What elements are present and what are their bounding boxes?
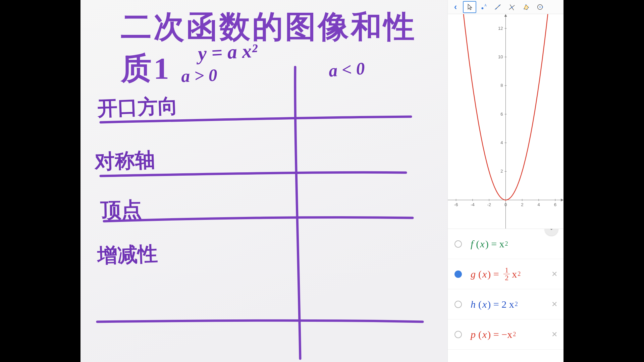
chevron-down-icon [549, 229, 554, 232]
visibility-toggle[interactable] [454, 301, 462, 308]
close-icon[interactable]: ✕ [551, 270, 557, 279]
table-strokes [80, 0, 448, 362]
circle-icon [536, 3, 544, 11]
svg-point-10 [526, 4, 527, 5]
whiteboard: 二次函数的图像和性质1 y = a x² a > 0 a < 0 开口方向 对称… [80, 0, 448, 362]
tool-point[interactable]: A [477, 1, 490, 13]
visibility-toggle[interactable] [454, 240, 462, 248]
svg-text:2: 2 [521, 202, 523, 207]
svg-point-0 [481, 7, 483, 9]
function-expression: h (x) = 2 x2 [471, 299, 518, 310]
svg-text:6: 6 [554, 202, 556, 207]
back-button[interactable]: ‹ [449, 1, 462, 13]
function-expression: p (x) = −x2 [471, 329, 516, 340]
tool-move[interactable] [463, 1, 476, 13]
visibility-toggle[interactable] [454, 270, 462, 278]
svg-text:0: 0 [504, 202, 507, 207]
svg-point-15 [542, 6, 543, 7]
chevron-left-icon: ‹ [454, 2, 457, 12]
svg-point-14 [539, 6, 540, 7]
tool-line[interactable] [491, 1, 504, 13]
svg-text:12: 12 [498, 26, 503, 31]
tool-circle[interactable] [533, 1, 547, 13]
close-icon[interactable]: ✕ [551, 300, 557, 309]
geogebra-panel: ‹ A [448, 0, 564, 362]
line-icon [494, 3, 501, 11]
tool-polygon[interactable] [519, 1, 533, 13]
visibility-toggle[interactable] [454, 331, 462, 338]
algebra-row-p[interactable]: p (x) = −x2✕ [448, 319, 564, 350]
point-icon: A [480, 3, 487, 11]
tool-perpendicular[interactable] [505, 1, 519, 13]
svg-point-3 [496, 8, 497, 9]
svg-point-4 [499, 5, 500, 6]
pointer-icon [466, 3, 473, 11]
svg-text:8: 8 [500, 83, 503, 88]
svg-point-9 [524, 8, 525, 9]
svg-text:6: 6 [500, 112, 503, 117]
algebra-peek: 1 [448, 355, 564, 362]
svg-point-11 [528, 7, 529, 8]
svg-point-7 [511, 7, 513, 8]
svg-text:2: 2 [500, 169, 503, 174]
svg-text:A: A [484, 3, 487, 7]
svg-text:-2: -2 [487, 202, 491, 207]
function-expression: g (x) = 12 x2 [471, 266, 521, 282]
algebra-row-g[interactable]: g (x) = 12 x2✕ [448, 259, 564, 289]
svg-marker-8 [524, 5, 529, 9]
close-icon[interactable]: ✕ [551, 330, 557, 339]
algebra-row-h[interactable]: h (x) = 2 x2✕ [448, 289, 564, 319]
algebra-view: f (x) = x2g (x) = 12 x2✕h (x) = 2 x2✕p (… [448, 229, 564, 362]
svg-text:-6: -6 [454, 202, 458, 207]
svg-text:4: 4 [500, 140, 503, 145]
svg-point-12 [526, 9, 527, 10]
svg-text:4: 4 [537, 202, 540, 207]
svg-text:-4: -4 [471, 202, 475, 207]
function-expression: f (x) = x2 [471, 238, 508, 250]
toolbar: ‹ A [448, 0, 564, 14]
graph-canvas[interactable]: -6-4-2024624681012 [448, 14, 564, 229]
perpendicular-icon [508, 3, 516, 11]
svg-text:10: 10 [498, 54, 503, 59]
polygon-icon [522, 3, 530, 11]
